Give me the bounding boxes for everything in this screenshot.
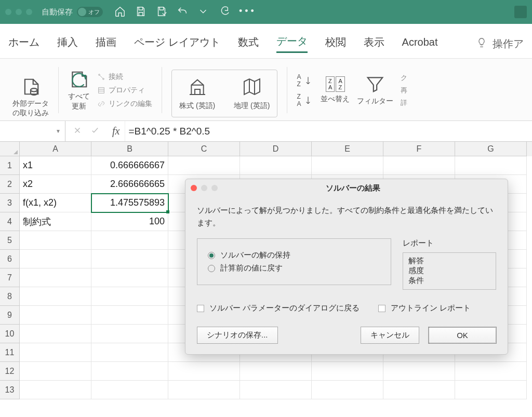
cancel-button[interactable]: キャンセル bbox=[361, 327, 419, 344]
refresh-all-button[interactable]: すべて 更新 bbox=[68, 70, 90, 110]
cell[interactable] bbox=[20, 287, 91, 306]
col-header-D[interactable]: D bbox=[240, 142, 312, 156]
more-icon[interactable]: • • • bbox=[239, 6, 254, 19]
radio-keep-solution[interactable]: ソルバーの解の保持 bbox=[208, 250, 380, 260]
cell[interactable]: x2 bbox=[20, 175, 91, 194]
row-header[interactable]: 5 bbox=[0, 231, 20, 250]
fx-icon[interactable]: fx bbox=[107, 125, 125, 137]
external-data-button[interactable]: 外部データ の取り込み bbox=[12, 77, 49, 117]
enter-formula-icon[interactable] bbox=[90, 126, 100, 137]
row-header[interactable]: 2 bbox=[0, 175, 20, 194]
col-header-G[interactable]: G bbox=[455, 142, 527, 156]
cell[interactable] bbox=[91, 362, 168, 381]
chevron-down-icon[interactable]: ▼ bbox=[56, 128, 61, 134]
home-icon[interactable] bbox=[114, 6, 126, 19]
row-header[interactable]: 6 bbox=[0, 250, 20, 268]
cell[interactable] bbox=[20, 306, 91, 325]
cell[interactable] bbox=[168, 381, 240, 399]
cell[interactable] bbox=[20, 325, 91, 343]
row-header[interactable]: 13 bbox=[0, 381, 20, 399]
close-window-icon[interactable] bbox=[5, 9, 11, 15]
select-all-corner[interactable] bbox=[0, 142, 20, 156]
cell[interactable] bbox=[91, 343, 168, 362]
redo-icon[interactable] bbox=[218, 6, 230, 19]
cell[interactable] bbox=[20, 268, 91, 287]
row-header[interactable]: 12 bbox=[0, 362, 20, 381]
cell[interactable] bbox=[168, 362, 240, 381]
cell[interactable] bbox=[91, 250, 168, 268]
minimize-window-icon[interactable] bbox=[16, 9, 22, 15]
stocks-button[interactable]: 株式 (英語) bbox=[179, 76, 215, 111]
cell[interactable] bbox=[240, 362, 312, 381]
row-header[interactable]: 9 bbox=[0, 306, 20, 325]
cell[interactable] bbox=[312, 362, 383, 381]
sort-button[interactable]: ZAAZ 並べ替え bbox=[321, 76, 350, 103]
tab-pagelayout[interactable]: ページ レイアウト bbox=[134, 35, 220, 52]
filter-button[interactable]: フィルター bbox=[357, 74, 393, 105]
cell[interactable] bbox=[20, 343, 91, 362]
tab-review[interactable]: 校閲 bbox=[325, 35, 346, 52]
cell[interactable] bbox=[383, 362, 455, 381]
undo-icon[interactable] bbox=[177, 6, 188, 19]
save-scenario-button[interactable]: シナリオの保存... bbox=[197, 327, 278, 344]
save-as-icon[interactable] bbox=[156, 6, 167, 19]
cell[interactable]: 制約式 bbox=[20, 212, 91, 231]
advanced-filter-button[interactable]: 詳 bbox=[401, 98, 407, 107]
tab-acrobat[interactable]: Acrobat bbox=[402, 36, 438, 51]
row-header[interactable]: 11 bbox=[0, 343, 20, 362]
checkbox-outline-report[interactable]: アウトライン レポート bbox=[378, 303, 471, 313]
report-sensitivity[interactable]: 感度 bbox=[408, 266, 490, 276]
cell[interactable] bbox=[91, 231, 168, 250]
col-header-F[interactable]: F bbox=[383, 142, 455, 156]
row-header[interactable]: 4 bbox=[0, 212, 20, 231]
tab-view[interactable]: 表示 bbox=[364, 35, 384, 52]
cell[interactable] bbox=[383, 156, 455, 175]
row-header[interactable]: 8 bbox=[0, 287, 20, 306]
cell[interactable] bbox=[20, 250, 91, 268]
clear-filter-button[interactable]: ク bbox=[401, 73, 407, 83]
formula-input[interactable] bbox=[125, 121, 532, 141]
row-header[interactable]: 1 bbox=[0, 156, 20, 175]
col-header-E[interactable]: E bbox=[312, 142, 383, 156]
radio-revert-values[interactable]: 計算前の値に戻す bbox=[208, 263, 380, 273]
cell[interactable] bbox=[20, 231, 91, 250]
cell[interactable] bbox=[91, 268, 168, 287]
row-header[interactable]: 10 bbox=[0, 325, 20, 343]
reapply-filter-button[interactable]: 再 bbox=[401, 86, 407, 95]
cell[interactable] bbox=[312, 156, 383, 175]
col-header-B[interactable]: B bbox=[91, 142, 168, 156]
cell[interactable] bbox=[240, 381, 312, 399]
cell[interactable] bbox=[455, 381, 527, 399]
cell[interactable]: 0.666666667 bbox=[91, 156, 168, 175]
cell[interactable] bbox=[383, 381, 455, 399]
autosave-toggle[interactable]: 自動保存 オフ bbox=[42, 7, 103, 17]
zoom-window-icon[interactable] bbox=[26, 9, 32, 15]
ok-button[interactable]: OK bbox=[429, 327, 496, 343]
cell[interactable] bbox=[91, 325, 168, 343]
cell[interactable] bbox=[455, 362, 527, 381]
cell[interactable]: 2.666666665 bbox=[91, 175, 168, 194]
reports-list[interactable]: 解答 感度 条件 bbox=[403, 252, 496, 290]
report-answer[interactable]: 解答 bbox=[408, 256, 490, 266]
cell[interactable] bbox=[168, 156, 240, 175]
cell[interactable] bbox=[91, 287, 168, 306]
properties-button[interactable]: プロパティ bbox=[97, 86, 152, 95]
cancel-formula-icon[interactable] bbox=[73, 126, 82, 137]
tab-draw[interactable]: 描画 bbox=[96, 35, 116, 52]
save-icon[interactable] bbox=[135, 6, 147, 19]
dialog-close-icon[interactable] bbox=[191, 185, 197, 191]
tell-me-label[interactable]: 操作ア bbox=[493, 37, 524, 51]
tab-insert[interactable]: 挿入 bbox=[57, 35, 78, 52]
row-header[interactable]: 3 bbox=[0, 194, 20, 212]
cell[interactable]: 1.475575893 bbox=[91, 194, 168, 212]
col-header-C[interactable]: C bbox=[168, 142, 240, 156]
tab-home[interactable]: ホーム bbox=[8, 35, 39, 52]
cell[interactable] bbox=[91, 306, 168, 325]
col-header-A[interactable]: A bbox=[20, 142, 91, 156]
cell[interactable]: 100 bbox=[91, 212, 168, 231]
cell[interactable] bbox=[455, 156, 527, 175]
cell[interactable] bbox=[91, 381, 168, 399]
cell[interactable] bbox=[20, 362, 91, 381]
sort-za-button[interactable]: ZA bbox=[297, 93, 313, 107]
row-header[interactable]: 7 bbox=[0, 268, 20, 287]
